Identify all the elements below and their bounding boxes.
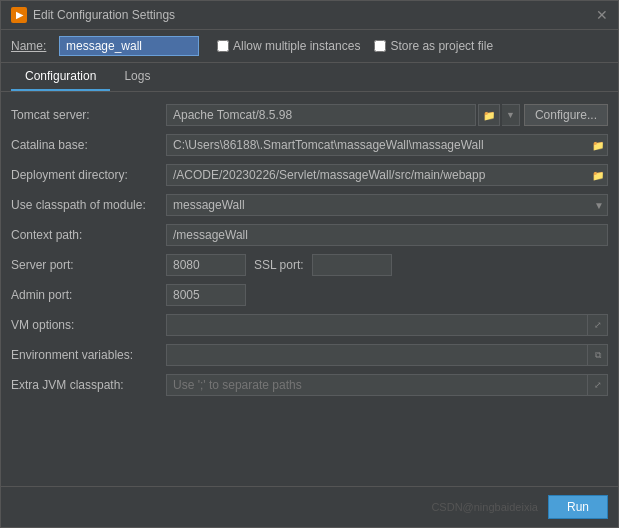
tomcat-dropdown-btn[interactable]: ▼ (502, 104, 520, 126)
vm-options-control: ⤢ (166, 314, 608, 336)
server-port-row: Server port: SSL port: (1, 250, 618, 280)
env-variables-row: Environment variables: ⧉ (1, 340, 618, 370)
extra-jvm-label: Extra JVM classpath: (11, 378, 166, 392)
context-path-row: Context path: (1, 220, 618, 250)
store-project-label: Store as project file (390, 39, 493, 53)
context-path-input[interactable] (166, 224, 608, 246)
catalina-folder-btn[interactable]: 📁 (588, 134, 608, 156)
admin-port-label: Admin port: (11, 288, 166, 302)
tomcat-folder-btn[interactable]: 📁 (478, 104, 500, 126)
env-variables-label: Environment variables: (11, 348, 166, 362)
catalina-base-control: 📁 (166, 134, 608, 156)
catalina-input-group: 📁 (166, 134, 608, 156)
env-variables-control: ⧉ (166, 344, 608, 366)
watermark-text: CSDN@ningbaideixia (431, 501, 538, 513)
extra-jvm-control: ⤢ (166, 374, 608, 396)
deployment-dir-control: 📁 (166, 164, 608, 186)
vm-options-label: VM options: (11, 318, 166, 332)
module-select-wrapper: messageWall ▼ (166, 194, 608, 216)
run-button[interactable]: Run (548, 495, 608, 519)
catalina-base-input[interactable] (166, 134, 588, 156)
allow-multiple-label: Allow multiple instances (233, 39, 360, 53)
tab-configuration[interactable]: Configuration (11, 63, 110, 91)
server-port-label: Server port: (11, 258, 166, 272)
vm-options-input[interactable] (166, 314, 588, 336)
allow-multiple-checkbox[interactable] (217, 40, 229, 52)
extra-jvm-expand-btn[interactable]: ⤢ (588, 374, 608, 396)
catalina-base-row: Catalina base: 📁 (1, 130, 618, 160)
deployment-dir-label: Deployment directory: (11, 168, 166, 182)
env-variables-input[interactable] (166, 344, 588, 366)
context-path-control (166, 224, 608, 246)
content-area: Tomcat server: 📁 ▼ Configure... Catalina… (1, 92, 618, 486)
ssl-port-input[interactable] (312, 254, 392, 276)
close-button[interactable]: ✕ (596, 7, 608, 23)
deployment-dir-row: Deployment directory: 📁 (1, 160, 618, 190)
extra-jvm-group: ⤢ (166, 374, 608, 396)
store-project-item: Store as project file (374, 39, 493, 53)
name-label: Name: (11, 39, 51, 53)
name-input[interactable] (59, 36, 199, 56)
deployment-input-group: 📁 (166, 164, 608, 186)
tomcat-server-label: Tomcat server: (11, 108, 166, 122)
server-port-group: SSL port: (166, 254, 608, 276)
store-project-checkbox[interactable] (374, 40, 386, 52)
context-path-label: Context path: (11, 228, 166, 242)
vm-options-row: VM options: ⤢ (1, 310, 618, 340)
server-port-input[interactable] (166, 254, 246, 276)
module-row: Use classpath of module: messageWall ▼ (1, 190, 618, 220)
tomcat-server-control: 📁 ▼ Configure... (166, 104, 608, 126)
extra-jvm-input[interactable] (166, 374, 588, 396)
vm-options-expand-btn[interactable]: ⤢ (588, 314, 608, 336)
window-title: Edit Configuration Settings (33, 8, 175, 22)
vm-options-group: ⤢ (166, 314, 608, 336)
server-port-control: SSL port: (166, 254, 608, 276)
admin-port-row: Admin port: (1, 280, 618, 310)
allow-multiple-item: Allow multiple instances (217, 39, 360, 53)
deployment-dir-input[interactable] (166, 164, 588, 186)
deployment-folder-btn[interactable]: 📁 (588, 164, 608, 186)
tabs-bar: Configuration Logs (1, 63, 618, 92)
catalina-base-label: Catalina base: (11, 138, 166, 152)
ssl-port-label: SSL port: (254, 258, 304, 272)
footer: CSDN@ningbaideixia Run (1, 486, 618, 527)
title-bar: ▶ Edit Configuration Settings ✕ (1, 1, 618, 30)
configure-button[interactable]: Configure... (524, 104, 608, 126)
tomcat-server-input[interactable] (166, 104, 476, 126)
extra-jvm-row: Extra JVM classpath: ⤢ (1, 370, 618, 400)
app-icon: ▶ (11, 7, 27, 23)
main-window: ▶ Edit Configuration Settings ✕ Name: Al… (0, 0, 619, 528)
title-bar-left: ▶ Edit Configuration Settings (11, 7, 175, 23)
tab-logs[interactable]: Logs (110, 63, 164, 91)
checkbox-group: Allow multiple instances Store as projec… (217, 39, 493, 53)
module-label: Use classpath of module: (11, 198, 166, 212)
tomcat-input-group: 📁 ▼ (166, 104, 520, 126)
name-row: Name: Allow multiple instances Store as … (1, 30, 618, 63)
tomcat-server-row: Tomcat server: 📁 ▼ Configure... (1, 100, 618, 130)
module-select[interactable]: messageWall (166, 194, 608, 216)
env-variables-group: ⧉ (166, 344, 608, 366)
admin-port-control (166, 284, 608, 306)
env-variables-expand-btn[interactable]: ⧉ (588, 344, 608, 366)
module-control: messageWall ▼ (166, 194, 608, 216)
admin-port-input[interactable] (166, 284, 246, 306)
